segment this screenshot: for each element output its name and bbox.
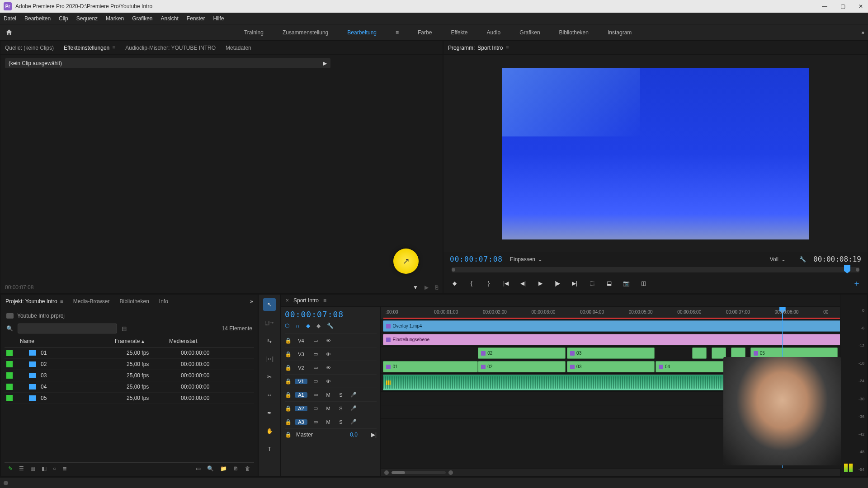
maximize-button[interactable]: ▢ <box>839 3 846 9</box>
ws-audio[interactable]: Audio <box>487 29 501 36</box>
go-in-button[interactable]: |◀ <box>501 280 510 286</box>
sync-lock-icon[interactable]: ▭ <box>311 419 320 425</box>
scrubber-playhead[interactable] <box>844 265 850 273</box>
project-panel-menu-icon[interactable]: ≡ <box>60 298 63 305</box>
track-header-a3[interactable]: 🔒A3▭MS🎤 <box>285 415 377 428</box>
lock-icon[interactable]: 🔒 <box>285 392 291 398</box>
export-frame-button[interactable]: 📷 <box>622 280 631 286</box>
sync-lock-icon[interactable]: ▭ <box>311 365 320 371</box>
step-back-button[interactable]: ◀| <box>519 280 528 286</box>
mic-icon[interactable]: 🎤 <box>349 419 358 425</box>
tab-metadata[interactable]: Metadaten <box>226 45 251 51</box>
mark-out-button[interactable]: } <box>484 280 493 286</box>
export-frame-icon[interactable]: ⎘ <box>435 284 438 291</box>
add-marker-toggle[interactable]: ◆ <box>306 323 310 329</box>
solo-toggle[interactable]: S <box>336 406 345 411</box>
zoom-slider-icon[interactable]: ○ <box>53 465 56 472</box>
timeline-wrench-icon[interactable]: 🔧 <box>327 323 334 329</box>
ripple-edit-tool[interactable]: ⇆ <box>263 334 276 347</box>
tab-effect-controls[interactable]: Effekteinstellungen≡ <box>64 45 115 51</box>
effect-expand-button[interactable]: ▶ <box>323 60 327 66</box>
col-mediastart-header[interactable]: Medienstart <box>169 338 252 344</box>
step-forward-button[interactable]: |▶ <box>553 280 562 286</box>
tab-info[interactable]: Info <box>159 298 168 305</box>
clip-v1-03[interactable]: 03 <box>567 361 655 372</box>
timeline-zoom-bar[interactable] <box>381 468 867 476</box>
work-area-bar[interactable] <box>383 318 849 319</box>
sync-lock-icon[interactable]: ▭ <box>311 405 320 411</box>
mute-toggle[interactable]: M <box>324 392 333 398</box>
menu-sequenz[interactable]: Sequenz <box>76 15 98 22</box>
col-framerate-header[interactable]: Framerate ▴ <box>115 338 169 344</box>
comparison-view-button[interactable]: ◫ <box>639 280 648 286</box>
track-header-v4[interactable]: 🔒V4▭👁 <box>285 333 377 347</box>
play-only-icon[interactable]: ▶ <box>425 284 429 291</box>
selection-tool[interactable]: ↖ <box>263 298 276 311</box>
sort-icon[interactable]: ≣ <box>62 465 67 472</box>
timeline-settings-icon[interactable]: ◆ <box>316 323 321 329</box>
menu-grafiken[interactable]: Grafiken <box>132 15 152 22</box>
menu-bearbeiten[interactable]: Bearbeiten <box>24 15 51 22</box>
lock-icon[interactable]: 🔒 <box>285 351 291 357</box>
col-name-header[interactable]: Name <box>6 338 115 344</box>
track-header-v3[interactable]: 🔒V3▭👁 <box>285 347 377 361</box>
project-row[interactable]: 0325,00 fps00:00:00:00 <box>5 370 254 381</box>
program-panel-menu-icon[interactable]: ≡ <box>505 45 509 51</box>
track-header-a1[interactable]: 🔒A1▭MS🎤 <box>285 388 377 401</box>
label-color-chip[interactable] <box>6 361 13 367</box>
minimize-button[interactable]: — <box>821 3 828 9</box>
close-sequence-button[interactable]: × <box>286 297 289 304</box>
clip-v2-02[interactable]: 02 <box>478 347 566 359</box>
track-header-v2[interactable]: 🔒V2▭👁 <box>285 361 377 374</box>
mark-in-button[interactable]: { <box>467 280 476 286</box>
freeform-view-icon[interactable]: ◧ <box>42 465 47 472</box>
sequence-tab[interactable]: Sport Intro <box>293 297 319 304</box>
menu-ansicht[interactable]: Ansicht <box>160 15 178 22</box>
ws-farbe[interactable]: Farbe <box>418 29 432 36</box>
zoom-thumb[interactable] <box>392 471 405 474</box>
label-color-chip[interactable] <box>6 395 13 401</box>
menu-fenster[interactable]: Fenster <box>187 15 205 22</box>
snap-toggle[interactable]: ⬡ <box>285 323 289 329</box>
sync-lock-icon[interactable]: ▭ <box>311 338 320 343</box>
solo-toggle[interactable]: S <box>336 392 345 398</box>
find-icon[interactable]: 🔍 <box>207 465 214 472</box>
tab-media-browser[interactable]: Media-Browser <box>73 298 110 305</box>
timeline-timecode[interactable]: 00:00:07:08 <box>285 310 377 319</box>
ws-grafiken[interactable]: Grafiken <box>519 29 540 36</box>
add-marker-button[interactable]: ◆ <box>450 280 459 286</box>
mic-icon[interactable]: 🎤 <box>349 392 358 398</box>
project-row[interactable]: 0525,00 fps00:00:00:00 <box>5 393 254 404</box>
project-row[interactable]: 0125,00 fps00:00:00:00 <box>5 347 254 359</box>
rolling-edit-tool[interactable]: |↔| <box>263 352 276 365</box>
search-icon[interactable]: 🔍 <box>6 325 13 332</box>
zoom-in-handle[interactable] <box>448 470 453 475</box>
label-color-chip[interactable] <box>6 372 13 379</box>
eye-icon[interactable]: 👁 <box>324 352 333 357</box>
program-video-frame[interactable] <box>502 68 809 239</box>
scrubber-start-handle[interactable] <box>452 268 455 272</box>
track-select-tool[interactable]: ⬚→ <box>263 316 276 329</box>
hand-tool[interactable]: ✋ <box>263 425 276 437</box>
lock-icon[interactable]: 🔒 <box>285 419 291 425</box>
razor-tool[interactable]: ✂ <box>263 371 276 383</box>
linked-selection-toggle[interactable]: ∩ <box>296 323 300 329</box>
scrubber-end-handle[interactable] <box>856 268 859 272</box>
filter-bin-icon[interactable]: ▤ <box>122 325 127 332</box>
go-out-button[interactable]: ▶| <box>570 280 579 286</box>
program-scrubber[interactable] <box>452 267 859 272</box>
menu-marken[interactable]: Marken <box>106 15 124 22</box>
master-volume[interactable]: 0,0 <box>350 432 358 438</box>
sync-lock-icon[interactable]: ▭ <box>311 392 320 398</box>
lift-button[interactable]: ⬚ <box>587 280 596 286</box>
tab-source[interactable]: Quelle: (keine Clips) <box>5 45 54 51</box>
mute-toggle[interactable]: M <box>324 419 333 425</box>
ws-overflow-button[interactable]: » <box>861 29 864 36</box>
pen-tool[interactable]: ✒ <box>263 407 276 419</box>
clip-v1-02[interactable]: 02 <box>478 361 566 372</box>
button-editor-add[interactable]: ＋ <box>852 278 861 289</box>
menu-datei[interactable]: Datei <box>4 15 16 22</box>
ws-zusammenstellung[interactable]: Zusammenstellung <box>283 29 328 36</box>
mute-toggle[interactable]: M <box>324 406 333 411</box>
eye-icon[interactable]: 👁 <box>324 379 333 384</box>
